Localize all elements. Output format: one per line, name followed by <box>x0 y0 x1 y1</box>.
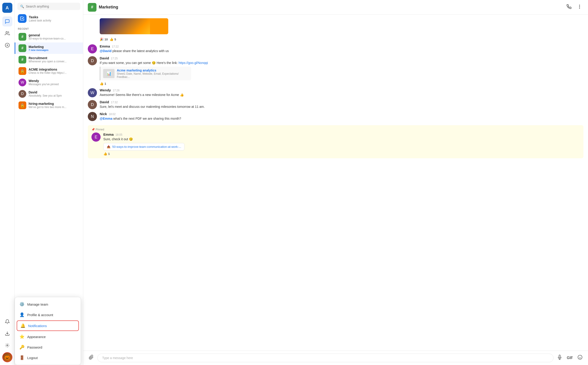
svg-point-11 <box>578 355 582 359</box>
emma-pinned-time: 18:05 <box>115 133 122 136</box>
gif-button[interactable]: GIF <box>566 355 574 361</box>
menu-item-notifications[interactable]: 🔔 Notifications <box>17 320 79 331</box>
context-menu: ⚙️ Manage team 👤 Profile & account 🔔 Not… <box>15 297 81 365</box>
channel-item-marketing[interactable]: # Marketing 7 new messages <box>15 42 83 54</box>
nick-avatar: N <box>88 112 97 121</box>
menu-item-logout[interactable]: 🚪 Logout <box>15 352 81 363</box>
channel-avatar-wendy: W <box>19 78 26 86</box>
chat-area: # Marketing 🎉10 👍5 E <box>83 0 588 365</box>
david-msg-content-2: David 17:32 Sure, let's meet and discuss… <box>100 100 583 109</box>
menu-item-profile-account[interactable]: 👤 Profile & account <box>15 309 81 320</box>
tasks-text: Tasks Latest task activity <box>29 15 51 22</box>
menu-label-profile-account: Profile & account <box>27 313 53 317</box>
tasks-icon <box>18 14 27 23</box>
emma-text: @David please share the latest analytics… <box>100 49 583 53</box>
channel-item-david[interactable]: D David Absolutely. See you at 5pm <box>15 88 83 100</box>
chat-header-actions <box>565 3 583 12</box>
david-avatar-1: D <box>88 56 97 65</box>
menu-item-password[interactable]: 🔑 Password <box>15 342 81 352</box>
david-text-2: Sure, let's meet and discuss our makreti… <box>100 104 583 109</box>
channel-icon-hiring: 🔒 <box>19 101 26 109</box>
microphone-button[interactable] <box>556 354 563 362</box>
message-david-1732: D David 17:32 Sure, let's meet and discu… <box>88 100 583 109</box>
reaction-party[interactable]: 🎉10 <box>100 37 108 41</box>
menu-label-logout: Logout <box>27 356 38 360</box>
menu-item-manage-team[interactable]: ⚙️ Manage team <box>15 299 81 309</box>
more-options-button[interactable] <box>576 3 583 12</box>
tasks-subtitle: Latest task activity <box>29 19 51 22</box>
david-name-2: David <box>100 100 109 104</box>
wendy-name: Wendy <box>100 88 111 92</box>
david-msg-content-1: David 17:25 If you want some, you can ge… <box>100 56 583 85</box>
search-input-wrap[interactable]: 🔍 <box>17 3 80 10</box>
emma-avatar: E <box>88 44 97 53</box>
star-icon: ⭐ <box>19 334 24 339</box>
reaction-thumbs[interactable]: 👍5 <box>109 37 116 41</box>
emma-pinned-text: Sure, check it out 😏 <box>103 137 580 142</box>
user-avatar-button[interactable]: 🎃 <box>2 352 12 362</box>
tasks-item[interactable]: Tasks Latest task activity <box>15 12 83 25</box>
file-icon: 📥 <box>107 145 110 148</box>
svg-point-7 <box>579 6 580 7</box>
emma-time: 17:22 <box>112 45 119 48</box>
compose-input[interactable] <box>97 354 553 362</box>
recent-label: RECENT <box>15 25 83 31</box>
channel-text-acme: ACME integrations Chess is the Killer Ap… <box>29 68 66 74</box>
channel-item-general[interactable]: # general 50-ways-to-improve-team-co... <box>15 31 83 42</box>
nick-msg-content: Nick 18:02 @Emma what's the next PDF we … <box>100 112 583 121</box>
menu-label-password: Password <box>27 345 42 349</box>
svg-point-0 <box>6 32 7 33</box>
channel-item-recruitment[interactable]: # Recruitment Whenever you open a conver… <box>15 54 83 65</box>
phone-button[interactable] <box>565 3 573 12</box>
chat-nav-button[interactable] <box>2 16 12 27</box>
gear-icon: ⚙️ <box>19 302 24 307</box>
channel-item-acme[interactable]: 🔒 ACME integrations Chess is the Killer … <box>15 65 83 77</box>
image-preview-area <box>88 18 583 34</box>
wendy-time: 17:26 <box>113 89 120 92</box>
add-nav-button[interactable] <box>2 40 12 50</box>
tasks-title: Tasks <box>29 15 51 19</box>
nick-name: Nick <box>100 112 107 116</box>
reaction-thumbs-2[interactable]: 👍1 <box>100 82 106 85</box>
link-preview-title: Acme marketing analytics <box>117 69 188 72</box>
file-chip[interactable]: 📥 50-ways-to-improve-team-communication-… <box>103 143 185 151</box>
download-nav-button[interactable] <box>2 329 12 338</box>
settings-nav-button[interactable] <box>2 340 12 350</box>
link-preview-sub: Sheet1 Date, Name, Website, Email, Expec… <box>117 72 188 78</box>
channel-text-recruitment: Recruitment Whenever you open a conver..… <box>29 56 66 63</box>
pinned-msg-row: E Emma 18:05 Sure, check it out 😏 📥 50-w… <box>92 133 580 155</box>
emoji-button[interactable] <box>577 354 583 362</box>
wendy-msg-content: Wendy 17:26 Awesome! Seems like there's … <box>100 88 583 97</box>
david-name-1: David <box>100 56 109 60</box>
search-input[interactable] <box>26 5 78 8</box>
nick-time: 18:02 <box>109 112 116 116</box>
emma-pinned-name: Emma <box>103 133 114 136</box>
compose-bar: GIF <box>83 351 588 365</box>
menu-label-notifications: Notifications <box>28 324 47 328</box>
menu-label-manage-team: Manage team <box>27 302 48 306</box>
pinned-message-emma-1805: 📌 Pinned E Emma 18:05 Sure, check it out… <box>88 125 583 158</box>
emma-pinned-content: Emma 18:05 Sure, check it out 😏 📥 50-way… <box>103 133 580 155</box>
notifications-nav-button[interactable] <box>2 316 12 327</box>
attachment-button[interactable] <box>88 354 95 362</box>
reaction-thumbs-pinned[interactable]: 👍1 <box>103 152 110 155</box>
sidebar: 🔍 Tasks Latest task activity RECENT # ge… <box>15 0 83 365</box>
channel-item-hiring[interactable]: 🔒 hiring-marketing We've got to hire two… <box>15 100 83 111</box>
menu-item-appearance[interactable]: ⭐ Appearance <box>15 331 81 342</box>
message-emma-1722: E Emma 17:22 @David please share the lat… <box>88 44 583 53</box>
acme-link[interactable]: https://goo.gl/Nonqqi <box>179 61 208 65</box>
channel-icon-marketing: # <box>19 44 26 52</box>
search-box: 🔍 <box>15 0 83 12</box>
key-icon: 🔑 <box>19 345 24 350</box>
pinned-label: 📌 Pinned <box>92 128 580 131</box>
file-name: 50-ways-to-improve-team-communication-at… <box>112 145 181 148</box>
channel-avatar-david: D <box>19 90 26 98</box>
menu-label-appearance: Appearance <box>27 335 46 339</box>
channel-icon-acme: 🔒 <box>19 67 26 75</box>
contacts-nav-button[interactable] <box>2 28 12 38</box>
svg-point-6 <box>579 5 580 6</box>
emma-avatar-pinned: E <box>92 133 100 142</box>
channel-item-wendy[interactable]: W Wendy Messages you've pinned <box>15 77 83 88</box>
david-mention: @David <box>100 49 112 53</box>
app-logo: A <box>2 3 12 13</box>
